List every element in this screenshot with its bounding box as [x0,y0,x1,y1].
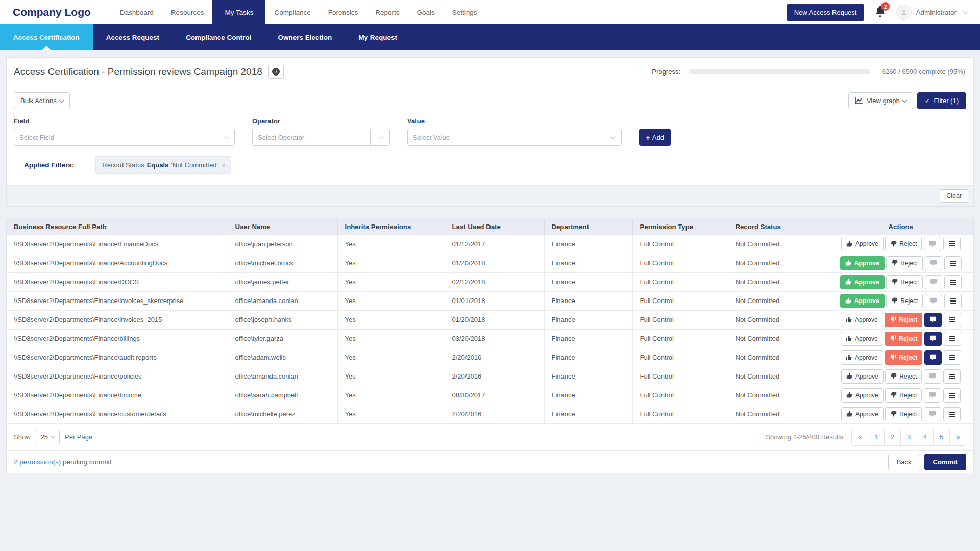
page-1-button[interactable]: 1 [868,429,885,446]
col-header-department[interactable]: Department [544,218,632,235]
comment-button[interactable] [925,294,942,308]
comment-icon [929,373,936,380]
row-menu-button[interactable] [944,256,962,270]
view-graph-button[interactable]: View graph [848,92,913,109]
nav-item-dashboard[interactable]: Dashboard [111,0,162,24]
info-button[interactable]: i [268,65,284,79]
reject-button[interactable]: Reject [885,407,922,421]
reject-button[interactable]: Reject [885,237,922,251]
comment-icon [930,279,937,285]
comment-button[interactable] [925,275,942,289]
nav-item-reports[interactable]: Reports [366,0,408,24]
page-3-button[interactable]: 3 [900,429,917,446]
approve-button[interactable]: Approve [840,294,885,308]
sub-nav: Access Certification Access Request Comp… [0,24,980,50]
reject-label: Reject [899,316,917,323]
thumbs-down-icon [890,241,897,247]
col-header-user[interactable]: User Name [228,218,337,235]
comment-button[interactable] [924,237,941,251]
new-access-request-button[interactable]: New Access Request [787,4,865,21]
nav-item-compliance[interactable]: Compliance [265,0,319,24]
user-menu[interactable]: Administrator [896,5,967,20]
company-logo[interactable]: Company Logo [0,0,111,24]
cell-permission-type: Full Control [640,354,674,361]
nav-item-settings[interactable]: Settings [444,0,486,24]
page-5-button[interactable]: 5 [933,429,950,446]
page-2-button[interactable]: 2 [884,429,901,446]
approve-label: Approve [854,297,879,305]
filter-button[interactable]: ✓Filter (1) [917,92,966,109]
tab-access-certification[interactable]: Access Certification [0,24,93,50]
comment-button[interactable] [924,388,941,403]
row-menu-button[interactable] [944,294,962,308]
comment-button[interactable] [924,369,941,384]
approve-button[interactable]: Approve [840,275,885,289]
page-4-button[interactable]: 4 [917,429,934,446]
comment-button[interactable] [924,332,942,346]
commit-button[interactable]: Commit [924,454,966,470]
reject-button[interactable]: Reject [885,388,922,403]
thumbs-down-icon [891,297,898,304]
chevron-down-icon [963,9,968,14]
approve-button[interactable]: Approve [841,369,884,384]
reject-button[interactable]: Reject [885,332,922,346]
approve-button[interactable]: Approve [841,388,884,403]
hamburger-icon [949,241,955,246]
col-header-last-used[interactable]: Last Used Date [445,218,544,235]
cell-last-used: 2/20/2016 [452,354,482,361]
col-header-permission-type[interactable]: Permission Type [632,218,728,235]
comment-button[interactable] [924,407,941,421]
approve-button[interactable]: Approve [841,332,883,346]
nav-item-my-tasks[interactable]: My Tasks [212,0,265,24]
nav-item-forensics[interactable]: Forensics [320,0,367,24]
page-next-button[interactable]: » [949,429,966,446]
value-select[interactable]: Select Value [407,129,622,146]
row-menu-button[interactable] [943,388,961,403]
pending-permissions-link[interactable]: 2 permission(s) [14,458,61,466]
applied-filter-chip: Record Status Equals 'Not Committed' x [95,156,231,174]
row-menu-button[interactable] [943,369,961,384]
operator-select[interactable]: Select Operator [252,129,390,146]
reject-button[interactable]: Reject [885,313,922,327]
cell-record-status: Not Committed [736,278,780,286]
row-menu-button[interactable] [944,313,961,327]
approve-button[interactable]: Approve [841,313,883,327]
reject-button[interactable]: Reject [885,350,922,365]
add-filter-button[interactable]: +Add [639,129,671,146]
col-header-inherits[interactable]: Inherits Permissions [337,218,445,235]
nav-item-resources[interactable]: Resources [162,0,213,24]
chevron-down-icon [59,97,64,103]
back-button[interactable]: Back [888,454,920,470]
reject-button[interactable]: Reject [886,275,923,289]
nav-item-goals[interactable]: Goals [408,0,444,24]
row-menu-button[interactable] [943,407,961,421]
bulk-actions-button[interactable]: Bulk Actions [14,92,70,109]
tab-owners-election[interactable]: Owners Election [264,24,345,50]
reject-button[interactable]: Reject [885,369,922,384]
approve-button[interactable]: Approve [841,350,883,365]
clear-filters-button[interactable]: Clear [940,189,968,203]
row-menu-button[interactable] [943,237,961,251]
field-select[interactable]: Select Field [14,129,235,146]
reject-button[interactable]: Reject [886,256,923,270]
comment-button[interactable] [924,350,942,365]
comment-button[interactable] [924,313,942,327]
per-page-select[interactable]: 25 [36,430,60,444]
row-menu-button[interactable] [944,275,962,289]
notifications-button[interactable]: 2 [875,6,885,18]
tab-compliance-control[interactable]: Compliance Control [173,24,264,50]
page-prev-button[interactable]: « [851,429,868,446]
row-menu-button[interactable] [944,332,961,346]
reject-button[interactable]: Reject [886,294,923,308]
tab-access-request[interactable]: Access Request [93,24,173,50]
tab-my-request[interactable]: My Request [345,24,410,50]
col-header-record-status[interactable]: Record Status [728,218,828,235]
approve-button[interactable]: Approve [840,256,885,270]
row-menu-button[interactable] [944,350,961,365]
col-header-path[interactable]: Business Resource Full Path [7,218,228,235]
comment-button[interactable] [925,256,942,270]
remove-filter-icon[interactable]: x [222,162,225,168]
approve-button[interactable]: Approve [841,407,884,421]
approve-button[interactable]: Approve [841,237,884,251]
cell-path: \\SD8server2\Departments\Finance\policie… [14,372,142,380]
